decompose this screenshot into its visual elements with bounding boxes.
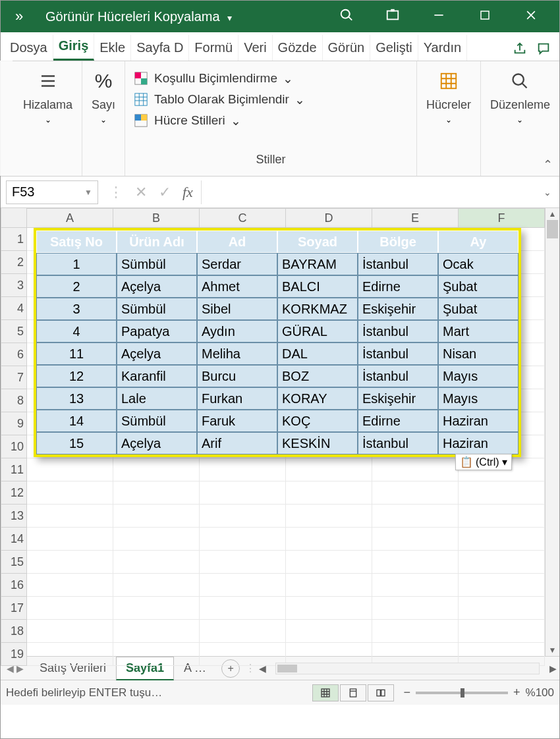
table-cell[interactable]: KORAY [277, 387, 358, 410]
table-cell[interactable]: Furkan [197, 387, 277, 410]
title-dropdown-icon[interactable]: ▾ [227, 13, 232, 23]
table-cell[interactable]: 15 [36, 432, 117, 454]
chevron-down-icon[interactable]: ⌄ [45, 115, 51, 124]
hscroll-right-icon[interactable]: ▶ [546, 663, 559, 674]
row-header[interactable]: 16 [1, 574, 27, 597]
table-cell[interactable]: BALCI [277, 275, 358, 298]
row-header[interactable]: 5 [1, 320, 27, 343]
scroll-down-icon[interactable]: ▼ [546, 644, 559, 656]
table-cell[interactable]: 1 [36, 253, 117, 275]
close-button[interactable] [508, 9, 554, 25]
table-cell[interactable]: Sibel [197, 298, 277, 320]
table-cell[interactable]: Eskişehir [358, 387, 438, 410]
cell[interactable] [113, 505, 200, 528]
cell[interactable] [286, 505, 372, 528]
cell[interactable] [459, 551, 545, 574]
cell[interactable] [372, 481, 459, 505]
formula-input[interactable] [201, 180, 544, 204]
table-cell[interactable]: Mart [438, 320, 518, 342]
table-cell[interactable]: GÜRAL [277, 320, 358, 342]
cell[interactable] [113, 551, 200, 574]
cell[interactable] [200, 620, 286, 643]
zoom-slider[interactable] [416, 692, 508, 694]
tab-yardin[interactable]: Yardın [418, 35, 467, 61]
cell[interactable] [113, 643, 200, 666]
column-header[interactable]: A [27, 208, 113, 228]
table-cell[interactable]: 11 [36, 342, 117, 365]
row-header[interactable]: 17 [1, 597, 27, 620]
table-cell[interactable]: İstanbul [358, 432, 438, 454]
cell[interactable] [372, 505, 459, 528]
table-cell[interactable]: 3 [36, 298, 117, 320]
cell[interactable] [459, 505, 545, 528]
cell[interactable] [286, 481, 372, 505]
cell[interactable] [372, 458, 459, 481]
select-all-corner[interactable] [1, 208, 27, 228]
row-header[interactable]: 13 [1, 505, 27, 528]
table-cell[interactable]: Eskişehir [358, 298, 438, 320]
table-cell[interactable]: BOZ [277, 365, 358, 387]
row-header[interactable]: 6 [1, 343, 27, 366]
share-icon[interactable] [508, 37, 532, 61]
ribbon-display-icon[interactable] [370, 8, 416, 26]
table-header-cell[interactable]: Soyad [277, 231, 358, 253]
table-cell[interactable]: Aydın [197, 320, 277, 342]
tab-giris[interactable]: Giriş [53, 33, 95, 61]
table-header-cell[interactable]: Satış No [36, 231, 117, 253]
cell[interactable] [459, 597, 545, 620]
expand-formula-bar-icon[interactable]: ⌄ [544, 187, 551, 198]
row-header[interactable]: 19 [1, 643, 27, 666]
cell[interactable] [372, 528, 459, 551]
cell[interactable] [200, 505, 286, 528]
table-cell[interactable]: 13 [36, 387, 117, 410]
tab-formu[interactable]: Formü [189, 35, 238, 61]
table-header-cell[interactable]: Ürün Adı [117, 231, 197, 253]
cell[interactable] [113, 597, 200, 620]
fx-icon[interactable]: fx [182, 184, 193, 201]
cell[interactable] [27, 458, 113, 481]
table-cell[interactable]: Şubat [438, 275, 518, 298]
table-cell[interactable]: Sümbül [117, 253, 197, 275]
cell[interactable] [200, 643, 286, 666]
pasted-table[interactable]: Satış NoÜrün AdıAdSoyadBölgeAy1SümbülSer… [34, 228, 521, 457]
table-cell[interactable]: Edirne [358, 275, 438, 298]
tab-gelisti[interactable]: Gelişti [370, 35, 418, 61]
cell[interactable] [27, 481, 113, 505]
cell[interactable] [27, 528, 113, 551]
tab-gorun[interactable]: Görün [323, 35, 371, 61]
table-cell[interactable]: Mayıs [438, 365, 518, 387]
table-cell[interactable]: 4 [36, 320, 117, 342]
cell[interactable] [372, 620, 459, 643]
row-header[interactable]: 7 [1, 366, 27, 389]
cell[interactable] [286, 620, 372, 643]
scrollbar-thumb[interactable] [277, 665, 297, 672]
maximize-button[interactable] [462, 9, 508, 24]
row-header[interactable]: 9 [1, 412, 27, 435]
cell[interactable] [286, 528, 372, 551]
row-header[interactable]: 14 [1, 528, 27, 551]
table-cell[interactable]: 2 [36, 275, 117, 298]
collapse-ribbon-icon[interactable]: ⌃ [543, 157, 553, 172]
tab-ekle[interactable]: Ekle [94, 35, 131, 61]
column-header[interactable]: E [372, 208, 459, 228]
group-hizalama[interactable]: Hizalama ⌄ [14, 61, 82, 176]
cell[interactable] [286, 597, 372, 620]
table-cell[interactable]: Şubat [438, 298, 518, 320]
row-header[interactable]: 4 [1, 297, 27, 320]
table-cell[interactable]: Haziran [438, 432, 518, 454]
group-hucreler[interactable]: Hücreler ⌄ [417, 61, 481, 176]
row-header[interactable]: 11 [1, 458, 27, 481]
cell[interactable] [200, 551, 286, 574]
table-cell[interactable]: Lale [117, 387, 197, 410]
paste-options-tag[interactable]: 📋 (Ctrl) ▾ [455, 454, 512, 470]
comments-icon[interactable] [532, 37, 555, 61]
zoom-level[interactable]: %100 [526, 686, 554, 699]
row-header[interactable]: 2 [1, 251, 27, 274]
table-cell[interactable]: Mayıs [438, 387, 518, 410]
row-header[interactable]: 18 [1, 620, 27, 643]
table-cell[interactable]: İstanbul [358, 253, 438, 275]
normal-view-button[interactable] [312, 684, 339, 701]
dots-icon[interactable]: ⋮ [109, 184, 123, 201]
chevron-down-icon[interactable]: ▼ [84, 188, 92, 197]
cell[interactable] [459, 620, 545, 643]
